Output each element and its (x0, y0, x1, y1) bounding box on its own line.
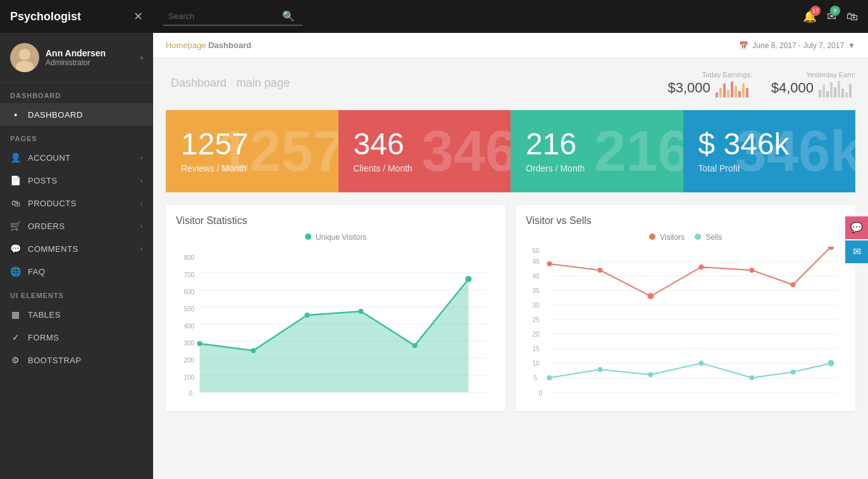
today-earnings: Today Earnings: $3,000 (667, 71, 752, 97)
sidebar-item-products[interactable]: 🛍 PRODUCTS › (0, 192, 153, 215)
shopping-bag-icon[interactable]: 🛍 (846, 10, 858, 23)
sidebar-item-account[interactable]: 👤 ACCOUNT › (0, 146, 153, 169)
svg-text:40: 40 (533, 273, 540, 280)
sidebar-item-faq[interactable]: 🌐 FAQ (0, 260, 153, 283)
user-section: Ann Andersen Administrator › (0, 33, 153, 83)
svg-text:50: 50 (533, 247, 540, 254)
legend-sells: Sells (695, 233, 722, 242)
date-range-picker[interactable]: 📅 June 8, 2017 - July 7, 2017 ▼ (739, 41, 855, 50)
sparkline-today (714, 78, 752, 97)
svg-rect-11 (746, 88, 748, 97)
stat-card-profit: 346k $ 346k Total Profit (683, 110, 856, 192)
svg-rect-19 (845, 92, 848, 97)
data-point (648, 372, 654, 377)
search-icon[interactable]: 🔍 (282, 10, 295, 22)
svg-text:300: 300 (184, 340, 195, 347)
visitor-sells-chart: Visitor vs Sells Visitors Sells 0 5 10 (516, 205, 855, 411)
charts-row: Visitor Statistics Unique Visitors 0 100… (166, 205, 855, 411)
data-point (648, 293, 654, 299)
topbar: 🔍 🔔 17 ✉ 8 🛍 (153, 0, 868, 33)
chevron-right-icon: › (140, 177, 143, 184)
svg-rect-14 (826, 91, 829, 97)
data-point (598, 268, 603, 273)
svg-rect-10 (742, 84, 745, 97)
stat-label: Reviews / Month (181, 163, 323, 173)
sidebar-item-label: ORDERS (28, 221, 65, 231)
topbar-right: 🔔 17 ✉ 8 🛍 (803, 9, 858, 23)
page-title: Dashboard main page (166, 71, 290, 91)
sidebar-item-tables[interactable]: ▦ TABLES (0, 303, 153, 326)
svg-rect-4 (719, 88, 722, 97)
svg-rect-9 (738, 91, 741, 97)
sidebar-item-comments[interactable]: 💬 COMMENTS › (0, 237, 153, 260)
data-point (828, 360, 834, 366)
sidebar-item-dashboard[interactable]: ▪ DASHBOARD (0, 103, 153, 126)
sidebar-item-bootstrap[interactable]: ⚙ BOOTSTRAP (0, 349, 153, 371)
svg-text:5: 5 (534, 375, 538, 382)
svg-text:10: 10 (533, 360, 540, 367)
svg-text:Jun: Jun (463, 397, 474, 399)
svg-rect-16 (834, 87, 836, 97)
section-label-dashboard: DASHBOARD (0, 83, 153, 103)
chart-title: Visitor Statistics (176, 215, 495, 227)
user-name: Ann Andersen (46, 48, 140, 58)
app-logo: Psychologist (10, 10, 81, 23)
stat-label: Clients / Month (354, 163, 496, 173)
sidebar-item-label: BOOTSTRAP (28, 356, 82, 365)
sidebar-item-label: TABLES (28, 310, 61, 320)
svg-text:Jan: Jan (191, 397, 202, 399)
data-point (699, 361, 704, 366)
svg-text:0: 0 (189, 390, 193, 397)
svg-text:100: 100 (184, 374, 195, 381)
user-expand-icon[interactable]: › (140, 53, 143, 62)
svg-text:Mar: Mar (301, 397, 313, 399)
svg-rect-5 (723, 84, 726, 97)
chart-legend: Visitors Sells (526, 233, 845, 242)
content-area: Dashboard main page Today Earnings: $3,0… (153, 58, 868, 479)
floating-mail-button[interactable]: ✉ (845, 240, 868, 263)
dashboard-header: Dashboard main page Today Earnings: $3,0… (166, 71, 855, 97)
stat-value: $ 346k (698, 129, 841, 159)
search-input[interactable] (168, 11, 282, 21)
legend-dot-sells (695, 233, 701, 240)
svg-text:01.03: 01.03 (542, 398, 557, 399)
breadcrumb-parent[interactable]: Homepage (166, 40, 206, 50)
user-role: Administrator (46, 58, 140, 67)
floating-chat-button[interactable]: 💬 (845, 216, 868, 239)
mail-icon[interactable]: ✉ 8 (827, 9, 836, 23)
sparkline-yesterday (817, 78, 855, 97)
svg-text:Feb: Feb (247, 397, 259, 399)
svg-rect-17 (838, 81, 840, 97)
data-point (251, 348, 256, 353)
sidebar-item-forms[interactable]: ✓ FORMS (0, 326, 153, 349)
search-box[interactable]: 🔍 (163, 8, 302, 26)
sidebar-item-label: FAQ (28, 267, 46, 277)
notification-bell-icon[interactable]: 🔔 17 (803, 9, 817, 23)
earnings-block: Today Earnings: $3,000 (667, 71, 855, 97)
legend-visitors: Visitors (649, 233, 685, 242)
sidebar-item-posts[interactable]: 📄 POSTS › (0, 169, 153, 192)
svg-text:26.03: 26.03 (785, 398, 801, 399)
svg-rect-3 (716, 92, 718, 97)
legend-dot (305, 233, 311, 240)
close-icon[interactable]: ✕ (133, 9, 143, 23)
breadcrumb-current: Dashboard (208, 40, 251, 50)
chevron-right-icon: › (140, 199, 143, 207)
date-range-label: June 8, 2017 - July 7, 2017 (752, 41, 844, 50)
svg-text:15: 15 (533, 345, 540, 352)
stat-card-clients: 346 346 Clients / Month (338, 110, 511, 192)
dashboard-title: Dashboard main page (166, 71, 290, 90)
svg-rect-18 (841, 89, 844, 97)
svg-rect-7 (731, 82, 733, 97)
legend-item: Unique Visitors (305, 233, 367, 242)
tables-icon: ▦ (10, 309, 22, 320)
calendar-icon: 📅 (739, 41, 748, 50)
stat-cards: 1257 1257 Reviews / Month 346 346 Client… (166, 110, 855, 192)
svg-rect-12 (819, 90, 821, 97)
dashboard-icon: ▪ (10, 109, 22, 120)
sidebar-item-orders[interactable]: 🛒 ORDERS › (0, 215, 153, 237)
sidebar-item-label: DASHBOARD (28, 110, 83, 120)
section-label-pages: PAGES (0, 126, 153, 146)
visitor-statistics-chart: Visitor Statistics Unique Visitors 0 100… (166, 205, 505, 411)
main-content: 🔍 🔔 17 ✉ 8 🛍 Homepage Dashboard 📅 June 8… (153, 0, 868, 479)
